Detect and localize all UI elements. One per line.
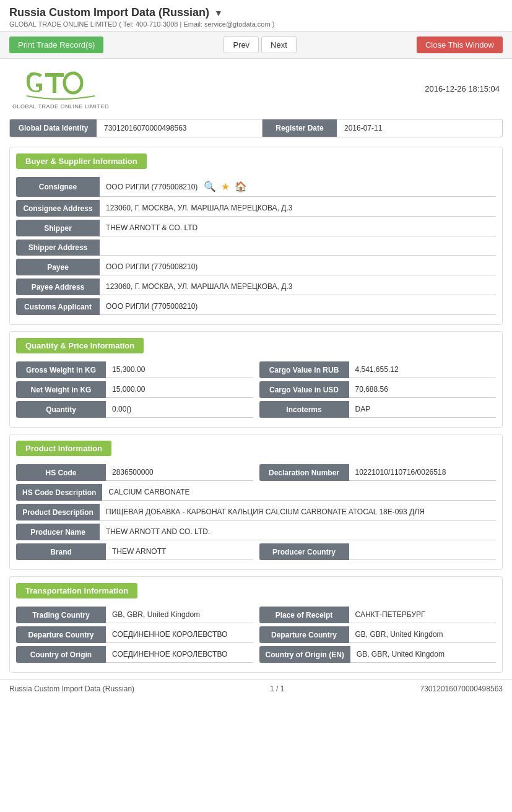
producer-name-row: Producer Name THEW ARNOTT AND CO. LTD. [16, 524, 496, 540]
cargo-rub-label: Cargo Value in RUB [259, 361, 349, 378]
cargo-usd-label: Cargo Value in USD [259, 381, 349, 398]
quantity-value: 0.00() [106, 401, 253, 418]
incoterms-field: Incoterms DAP [259, 401, 497, 418]
cargo-rub-value: 4,541,655.12 [349, 361, 497, 378]
buyer-supplier-section: Buyer & Supplier Information Consignee О… [9, 147, 503, 325]
product-header: Product Information [16, 441, 111, 456]
producer-country-value [349, 543, 497, 560]
trading-country-value: GB, GBR, United Kingdom [106, 607, 253, 623]
payee-address-value: 123060, Г. МОСКВА, УЛ. МАРШАЛА МЕРЕЦКОВА… [100, 279, 496, 295]
logo-area: GLOBAL TRADE ONLINE LIMITED 2016-12-26 1… [0, 59, 512, 116]
brand-producer-country-row: Brand THEW ARNOTT Producer Country [16, 543, 496, 560]
departure-row: Departure Country СОЕДИНЕННОЕ КОРОЛЕВСТВ… [16, 626, 496, 643]
home-icon[interactable]: 🏠 [235, 181, 247, 192]
logo: GLOBAL TRADE ONLINE LIMITED [12, 68, 109, 110]
page-footer: Russia Custom Import Data (Russian) 1 / … [0, 679, 512, 698]
trading-receipt-row: Trading Country GB, GBR, United Kingdom … [16, 607, 496, 623]
global-data-row: Global Data Identity 7301201607000049856… [9, 119, 503, 137]
star-icon[interactable]: ★ [221, 181, 230, 192]
footer-left: Russia Custom Import Data (Russian) [9, 685, 134, 693]
payee-value: ООО РИГЛИ (7705008210) [100, 259, 496, 275]
footer-center: 1 / 1 [270, 685, 284, 693]
declaration-label: Declaration Number [259, 464, 349, 481]
customs-applicant-value: ООО РИГЛИ (7705008210) [100, 298, 496, 315]
hs-declaration-row: HS Code 2836500000 Declaration Number 10… [16, 464, 496, 481]
brand-value: THEW ARNOTT [106, 543, 253, 560]
place-of-receipt-label: Place of Receipt [259, 607, 349, 623]
nav-buttons: Prev Next [223, 37, 296, 53]
cargo-rub-field: Cargo Value in RUB 4,541,655.12 [259, 361, 497, 378]
net-weight-label: Net Weight in KG [16, 381, 106, 398]
producer-country-label: Producer Country [259, 543, 349, 560]
shipper-address-label: Shipper Address [16, 240, 100, 256]
search-icon[interactable]: 🔍 [204, 181, 216, 192]
product-desc-row: Product Description ПИЩЕВАЯ ДОБАВКА - КА… [16, 504, 496, 520]
net-weight-value: 15,000.00 [106, 381, 253, 398]
next-button[interactable]: Next [261, 37, 297, 53]
brand-label: Brand [16, 543, 106, 560]
register-date-label: Register Date [263, 119, 337, 137]
quantity-field: Quantity 0.00() [16, 401, 253, 418]
cargo-usd-field: Cargo Value in USD 70,688.56 [259, 381, 497, 398]
quantity-price-header: Quantity & Price Information [16, 338, 144, 353]
hs-desc-row: HS Code Description CALCIUM CARBONATE [16, 484, 496, 501]
logo-tagline: GLOBAL TRADE ONLINE LIMITED [12, 103, 109, 110]
origin-row: Country of Origin СОЕДИНЕННОЕ КОРОЛЕВСТВ… [16, 646, 496, 663]
quantity-price-section: Quantity & Price Information Gross Weigh… [9, 331, 503, 428]
gross-cargo-rub-row: Gross Weight in KG 15,300.00 Cargo Value… [16, 361, 496, 378]
place-of-receipt-value: САНКТ-ПЕТЕРБУРГ [349, 607, 497, 623]
declaration-value: 10221010/110716/0026518 [349, 464, 497, 481]
departure-country-en-label: Departure Country [259, 626, 349, 643]
place-of-receipt-field: Place of Receipt САНКТ-ПЕТЕРБУРГ [259, 607, 497, 623]
page-title: Russia Custom Import Data (Russian) ▼ [9, 6, 503, 19]
consignee-address-row: Consignee Address 123060, Г. МОСКВА, УЛ.… [16, 200, 496, 217]
consignee-address-label: Consignee Address [16, 200, 100, 217]
trading-country-label: Trading Country [16, 607, 106, 623]
product-desc-value: ПИЩЕВАЯ ДОБАВКА - КАРБОНАТ КАЛЬЦИЯ CALCI… [100, 504, 496, 520]
shipper-row: Shipper THEW ARNOTT & CO. LTD [16, 220, 496, 236]
incoterms-label: Incoterms [259, 401, 349, 418]
incoterms-value: DAP [349, 401, 497, 418]
departure-country-ru-value: СОЕДИНЕННОЕ КОРОЛЕВСТВО [106, 626, 253, 643]
company-subtitle: GLOBAL TRADE ONLINE LIMITED ( Tel: 400-7… [9, 20, 503, 28]
gross-weight-field: Gross Weight in KG 15,300.00 [16, 361, 253, 378]
gross-weight-value: 15,300.00 [106, 361, 253, 378]
close-window-button[interactable]: Close This Window [417, 37, 503, 53]
country-of-origin-ru-field: Country of Origin СОЕДИНЕННОЕ КОРОЛЕВСТВ… [16, 646, 253, 663]
hs-desc-value: CALCIUM CARBONATE [102, 484, 496, 501]
transportation-header: Transportation Information [16, 583, 137, 598]
hs-code-label: HS Code [16, 464, 106, 481]
prev-button[interactable]: Prev [223, 37, 259, 53]
title-dropdown-icon[interactable]: ▼ [214, 8, 223, 18]
customs-applicant-label: Customs Applicant [16, 298, 100, 315]
departure-country-ru-label: Departure Country [16, 626, 106, 643]
consignee-label: Consignee [16, 177, 100, 197]
departure-country-ru-field: Departure Country СОЕДИНЕННОЕ КОРОЛЕВСТВ… [16, 626, 253, 643]
brand-field: Brand THEW ARNOTT [16, 543, 253, 560]
net-weight-field: Net Weight in KG 15,000.00 [16, 381, 253, 398]
hs-code-value: 2836500000 [106, 464, 253, 481]
quantity-label: Quantity [16, 401, 106, 418]
consignee-row: Consignee ООО РИГЛИ (7705008210) 🔍 ★ 🏠 [16, 177, 496, 197]
buyer-supplier-header: Buyer & Supplier Information [16, 153, 147, 169]
print-button[interactable]: Print Trade Record(s) [9, 37, 103, 53]
toolbar: Print Trade Record(s) Prev Next Close Th… [0, 32, 512, 59]
producer-name-label: Producer Name [16, 524, 100, 540]
gross-weight-label: Gross Weight in KG [16, 361, 106, 378]
net-cargo-usd-row: Net Weight in KG 15,000.00 Cargo Value i… [16, 381, 496, 398]
product-desc-label: Product Description [16, 504, 100, 520]
shipper-address-row: Shipper Address [16, 240, 496, 256]
footer-right: 73012016070000498563 [420, 685, 503, 693]
country-of-origin-en-label: Country of Origin (EN) [259, 646, 350, 663]
shipper-value: THEW ARNOTT & CO. LTD [100, 220, 496, 236]
hs-code-field: HS Code 2836500000 [16, 464, 253, 481]
hs-desc-label: HS Code Description [16, 484, 102, 501]
shipper-label: Shipper [16, 220, 100, 236]
cargo-usd-value: 70,688.56 [349, 381, 497, 398]
product-section: Product Information HS Code 2836500000 D… [9, 434, 503, 570]
timestamp: 2016-12-26 18:15:04 [425, 84, 500, 93]
country-of-origin-en-value: GB, GBR, United Kingdom [350, 646, 496, 663]
transportation-section: Transportation Information Trading Count… [9, 576, 503, 673]
payee-label: Payee [16, 259, 100, 275]
payee-row: Payee ООО РИГЛИ (7705008210) [16, 259, 496, 275]
